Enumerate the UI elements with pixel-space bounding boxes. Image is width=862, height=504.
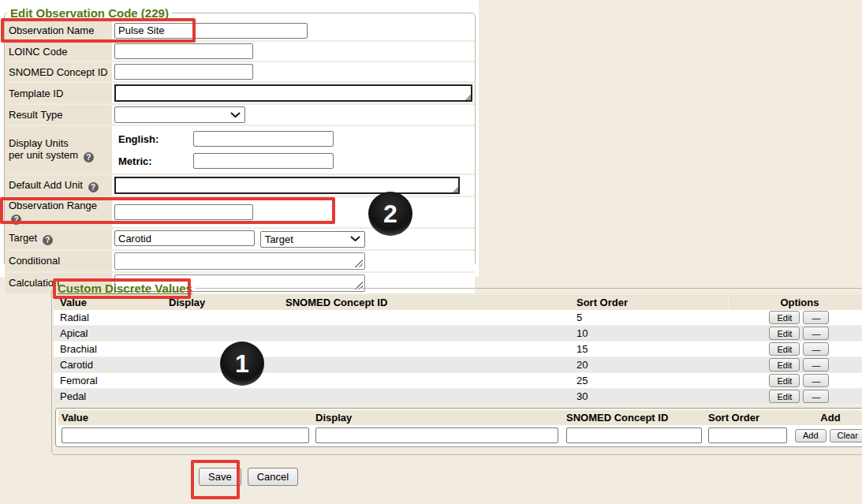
edit-observation-title: Edit Observation Code (229): [7, 6, 172, 20]
row-observation-name: Observation Name: [5, 21, 475, 41]
edit-button[interactable]: Edit: [769, 311, 800, 324]
observation-name-input[interactable]: [114, 23, 308, 39]
remove-button[interactable]: —: [803, 358, 829, 371]
observation-name-label: Observation Name: [5, 21, 112, 41]
conditional-textarea[interactable]: [114, 252, 365, 270]
help-icon[interactable]: ?: [88, 182, 99, 192]
custom-discrete-values-fieldset: Custom Discrete Values Value Display SNO…: [51, 282, 862, 455]
remove-button[interactable]: —: [803, 311, 829, 324]
cell-value: Apical: [60, 326, 169, 341]
snomed-concept-id-label: SNOMED Concept ID: [5, 62, 112, 82]
add-snomed-input[interactable]: [566, 427, 702, 443]
cell-value: Brachial: [60, 342, 169, 357]
english-units-label: English:: [114, 133, 193, 145]
remove-button[interactable]: —: [803, 327, 829, 340]
cell-value: Femoral: [60, 373, 169, 388]
help-icon[interactable]: ?: [43, 235, 53, 245]
table-row: Pedal 30 Edit —: [54, 389, 862, 405]
target-label-text: Target: [9, 232, 37, 244]
table-row: Femoral 25 Edit —: [54, 373, 862, 389]
remove-button[interactable]: —: [803, 390, 829, 403]
result-type-select[interactable]: [114, 106, 245, 123]
add-header-snomed: SNOMED Concept ID: [566, 410, 708, 425]
row-result-type: Result Type: [5, 104, 475, 125]
help-icon[interactable]: ?: [11, 215, 21, 225]
cell-sort-order: 5: [577, 310, 728, 325]
metric-units-label: Metric:: [114, 155, 193, 167]
resize-grip-icon[interactable]: [355, 259, 363, 267]
add-button[interactable]: Add: [795, 429, 827, 442]
row-display-units: Display Units per unit system ? English:…: [5, 125, 475, 174]
conditional-label: Conditional: [5, 250, 112, 272]
add-header-sort-order: Sort Order: [708, 410, 795, 425]
row-template-id: Template ID: [5, 82, 475, 104]
target-select[interactable]: Target: [260, 231, 365, 248]
edit-button[interactable]: Edit: [769, 358, 800, 371]
clear-button[interactable]: Clear: [830, 429, 862, 442]
resize-corner-icon: [451, 185, 458, 192]
edit-observation-form: Observation Name LOINC Code SNOMED Conce…: [5, 21, 475, 295]
cell-sort-order: 10: [577, 326, 728, 341]
english-units-input[interactable]: [193, 131, 334, 147]
header-options: Options: [728, 295, 862, 310]
default-add-unit-textarea[interactable]: [114, 177, 460, 194]
discrete-values-header-row: Value Display SNOMED Concept ID Sort Ord…: [54, 295, 862, 310]
edit-button[interactable]: Edit: [769, 390, 800, 403]
table-row: Brachial 15 Edit —: [54, 342, 862, 357]
edit-button[interactable]: Edit: [769, 342, 800, 356]
edit-button[interactable]: Edit: [769, 374, 800, 387]
remove-button[interactable]: —: [803, 342, 829, 356]
add-value-header-row: Value Display SNOMED Concept ID Sort Ord…: [58, 410, 862, 425]
row-conditional: Conditional: [5, 250, 475, 272]
row-default-add-unit: Default Add Unit ?: [5, 174, 475, 196]
add-sort-order-input[interactable]: [708, 427, 787, 443]
result-type-label: Result Type: [5, 104, 112, 125]
row-target: Target ? Target: [5, 228, 475, 250]
cell-sort-order: 25: [577, 373, 728, 388]
cancel-button[interactable]: Cancel: [248, 468, 298, 486]
help-icon[interactable]: ?: [84, 152, 94, 162]
add-value-box: Value Display SNOMED Concept ID Sort Ord…: [55, 408, 862, 447]
target-input[interactable]: [114, 230, 255, 246]
add-header-display: Display: [315, 410, 566, 425]
edit-button[interactable]: Edit: [769, 327, 800, 340]
metric-units-input[interactable]: [193, 153, 334, 169]
resize-corner-icon: [464, 93, 471, 100]
table-row: Carotid 20 Edit —: [54, 357, 862, 373]
observation-range-label-text: Observation Range: [9, 200, 97, 211]
template-id-textarea[interactable]: [114, 84, 472, 102]
loinc-code-input[interactable]: [114, 43, 253, 59]
cell-value: Radial: [60, 310, 169, 325]
table-row: Apical 10 Edit —: [54, 326, 862, 342]
save-button[interactable]: Save: [199, 468, 241, 486]
chevron-down-icon: [350, 236, 360, 242]
remove-button[interactable]: —: [803, 374, 829, 387]
table-row: Radial 5 Edit —: [54, 310, 862, 326]
annotation-badge-2: 2: [368, 192, 412, 236]
action-bar: Save Cancel: [199, 468, 298, 486]
header-sort-order: Sort Order: [577, 295, 728, 310]
header-display: Display: [169, 295, 285, 310]
observation-range-input[interactable]: [114, 204, 253, 220]
default-add-unit-label: Default Add Unit ?: [5, 174, 112, 196]
cell-value: Pedal: [60, 389, 169, 404]
custom-discrete-values-title: Custom Discrete Values: [54, 282, 196, 295]
snomed-concept-id-input[interactable]: [114, 64, 253, 80]
template-id-label: Template ID: [5, 82, 112, 104]
add-header-value: Value: [62, 410, 315, 425]
cell-value: Carotid: [60, 357, 169, 372]
cell-sort-order: 30: [577, 389, 728, 404]
add-display-input[interactable]: [315, 427, 558, 443]
cell-sort-order: 20: [577, 357, 728, 372]
header-snomed: SNOMED Concept ID: [285, 295, 577, 310]
add-value-input[interactable]: [62, 427, 309, 443]
annotation-badge-1: 1: [220, 342, 264, 386]
default-add-unit-label-text: Default Add Unit: [9, 179, 83, 191]
display-units-label: Display Units per unit system ?: [5, 125, 112, 174]
loinc-code-label: LOINC Code: [5, 41, 112, 62]
header-value: Value: [60, 295, 169, 310]
display-units-label-line2: per unit system: [9, 149, 78, 161]
chevron-down-icon: [230, 112, 241, 118]
add-header-add: Add: [795, 410, 862, 425]
display-units-label-line1: Display Units: [9, 137, 69, 149]
